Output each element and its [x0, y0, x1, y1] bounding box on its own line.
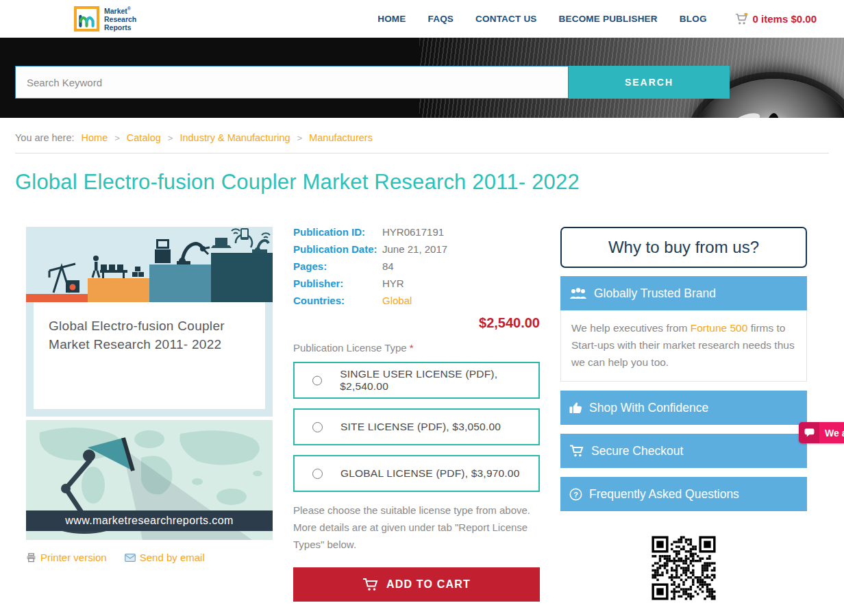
product-image-column: Global Electro-fusion Coupler Market Res…	[26, 227, 273, 602]
detail-row-countries: Countries: Global	[293, 295, 540, 306]
license-radio-global[interactable]	[312, 469, 323, 479]
send-by-email-link[interactable]: Send by email	[125, 552, 205, 563]
breadcrumb-industry-manufacturing[interactable]: Industry & Manufacturing	[179, 132, 290, 143]
fortune-500-link[interactable]: Fortune 500	[691, 322, 748, 334]
purchase-column: Publication ID: HYR0617191 Publication D…	[293, 227, 540, 602]
detail-row-publication-id: Publication ID: HYR0617191	[293, 227, 540, 237]
breadcrumb-separator: >	[114, 133, 120, 143]
page-title: Global Electro-fusion Coupler Market Res…	[15, 170, 829, 195]
checkout-cart-icon	[569, 445, 584, 457]
breadcrumb-separator: >	[168, 133, 173, 143]
chat-label: We a	[819, 428, 844, 439]
svg-text:?: ?	[573, 490, 578, 498]
why-to-buy-header: Why to buy from us?	[560, 227, 807, 268]
cover-title: Global Electro-fusion Coupler Market Res…	[34, 302, 265, 409]
license-note: Please choose the suitable license type …	[293, 502, 540, 553]
top-header: Market® Research Reports HOME FAQS CONTA…	[0, 0, 844, 38]
brand-logo[interactable]: Market® Research Reports	[74, 6, 136, 32]
breadcrumb-separator: >	[297, 133, 303, 143]
main-content: Global Electro-fusion Coupler Market Res…	[0, 227, 844, 602]
breadcrumb: You are here: Home > Catalog > Industry …	[15, 118, 829, 153]
price: $2,540.00	[293, 315, 540, 331]
nav-blog[interactable]: BLOG	[680, 14, 707, 24]
search-button[interactable]: SEARCH	[569, 66, 730, 99]
sidebar-column: Why to buy from us? Globally Trusted Bra…	[560, 227, 807, 602]
breadcrumb-catalog[interactable]: Catalog	[127, 132, 161, 143]
thumbs-up-icon	[569, 402, 582, 414]
add-to-cart-cart-icon	[362, 578, 379, 591]
nav-contact-us[interactable]: CONTACT US	[475, 14, 537, 24]
license-radio-site[interactable]	[312, 422, 323, 432]
license-option-site[interactable]: SITE LICENSE (PDF), $3,050.00	[293, 408, 540, 445]
nav-faqs[interactable]: FAQS	[428, 14, 454, 24]
detail-row-publisher: Publisher: HYR	[293, 278, 540, 288]
question-circle-icon: ?	[569, 488, 582, 501]
license-radio-single-user[interactable]	[312, 375, 322, 386]
site-url-bar: www.marketresearchreports.com	[26, 510, 273, 531]
main-navigation: HOME FAQS CONTACT US BECOME PUBLISHER BL…	[377, 14, 706, 24]
chat-bubble-icon	[799, 422, 819, 443]
printer-icon	[26, 553, 36, 563]
detail-row-publication-date: Publication Date: June 21, 2017	[293, 244, 540, 254]
license-option-single-user[interactable]: SINGLE USER LICENSE (PDF), $2,540.00	[293, 362, 540, 399]
detail-row-pages: Pages: 84	[293, 261, 540, 271]
email-icon	[125, 554, 136, 562]
countries-global-link[interactable]: Global	[382, 295, 412, 306]
cart-count-label: 0 items $0.00	[753, 13, 817, 25]
brand-name: Market® Research Reports	[104, 6, 136, 32]
breadcrumb-home[interactable]: Home	[82, 132, 108, 143]
users-group-icon	[569, 288, 587, 299]
search-bar: SEARCH	[15, 66, 730, 99]
nav-home[interactable]: HOME	[377, 14, 406, 24]
feature-faq[interactable]: ? Frequently Asked Questions	[560, 477, 807, 511]
feature-secure-checkout[interactable]: Secure Checkout	[560, 434, 807, 468]
qr-code	[649, 534, 718, 602]
printer-version-link[interactable]: Printer version	[26, 552, 107, 563]
search-input[interactable]	[15, 66, 569, 99]
report-cover-image: Global Electro-fusion Coupler Market Res…	[26, 227, 273, 417]
feature-globally-trusted-brand[interactable]: Globally Trusted Brand	[560, 276, 807, 310]
cart-icon	[734, 13, 748, 25]
feature-shop-with-confidence[interactable]: Shop With Confidence	[560, 391, 807, 425]
cover-illustration	[26, 227, 273, 302]
hero-banner: SEARCH	[0, 38, 844, 118]
share-links: Printer version Send by email	[26, 552, 273, 563]
trusted-brand-description: We help executives from Fortune 500 firm…	[560, 310, 807, 382]
nav-become-publisher[interactable]: BECOME PUBLISHER	[559, 14, 658, 24]
license-type-label: Publication License Type *	[293, 342, 540, 354]
breadcrumb-manufacturers[interactable]: Manufacturers	[309, 132, 373, 143]
live-chat-tab[interactable]: We a	[799, 422, 844, 443]
brand-map-image: www.marketresearchreports.com	[26, 420, 273, 540]
breadcrumb-prefix: You are here:	[15, 132, 75, 143]
add-to-cart-button[interactable]: ADD TO CART	[293, 567, 540, 602]
header-cart[interactable]: 0 items $0.00	[734, 13, 817, 25]
logo-m-icon	[74, 6, 99, 32]
license-option-global[interactable]: GLOBAL LICENSE (PDF), $3,970.00	[293, 455, 540, 492]
